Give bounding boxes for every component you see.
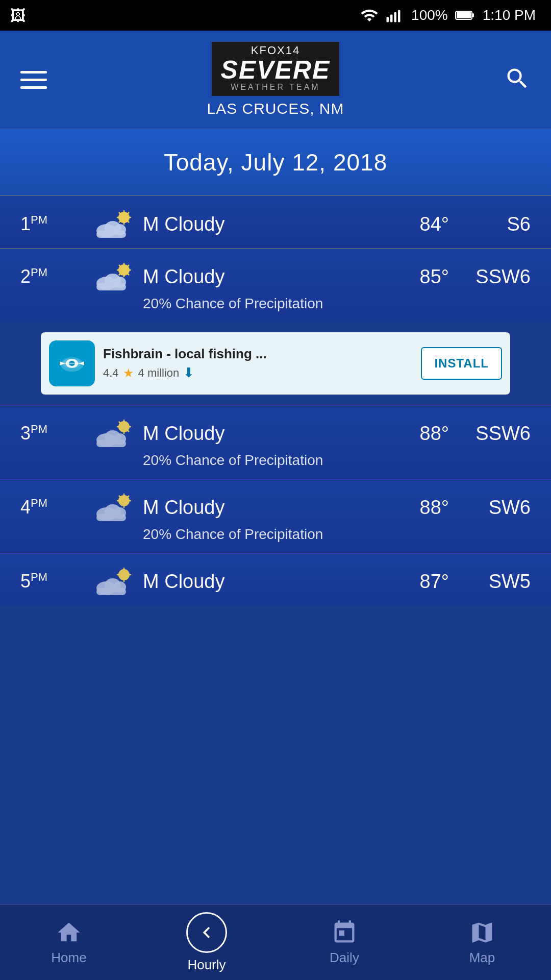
logo-line3: WEATHER TEAM [221, 83, 331, 92]
ad-star: ★ [123, 366, 134, 380]
ad-rating: 4.4 ★ 4 million ⬇ [103, 365, 413, 381]
svg-rect-1 [390, 15, 393, 22]
svg-line-27 [128, 265, 129, 266]
nav-home-label: Home [51, 950, 86, 966]
wifi-icon [360, 6, 379, 24]
hour-time: 1PM [20, 213, 92, 235]
svg-rect-19 [96, 231, 126, 238]
hourly-circle [186, 912, 227, 953]
ad-icon [49, 340, 95, 386]
svg-rect-5 [457, 12, 471, 18]
precip-4pm: 20% Chance of Precipitation [20, 526, 531, 543]
search-button[interactable] [504, 65, 531, 94]
date-header: Today, July 12, 2018 [0, 129, 551, 195]
ad-banner: Fishbrain - local fishing ... 4.4 ★ 4 mi… [41, 332, 510, 395]
status-bar: 🖼 100% 1:10 PM [0, 0, 551, 31]
hourly-row: 2PM M Cloudy [0, 248, 551, 322]
location-text: LAS CRUCES, NM [207, 100, 344, 117]
hour-temp-5pm: 87° [372, 571, 449, 593]
install-button[interactable]: INSTALL [421, 347, 502, 380]
svg-line-14 [128, 212, 129, 214]
hour-wind-1pm: S6 [449, 213, 531, 235]
hourly-row: 3PM M Cloudy 88° SSW6 [0, 405, 551, 479]
nav-daily-label: Daily [330, 950, 359, 966]
svg-line-12 [119, 212, 120, 214]
date-text: Today, July 12, 2018 [164, 149, 388, 176]
svg-rect-6 [472, 13, 474, 17]
svg-line-42 [119, 422, 120, 423]
nav-daily[interactable]: Daily [276, 919, 413, 966]
hour-temp-1pm: 84° [372, 213, 449, 235]
hour-time: 2PM [20, 266, 92, 287]
svg-rect-0 [387, 17, 389, 22]
svg-line-54 [128, 496, 129, 497]
hour-condition-4pm: M Cloudy [138, 497, 372, 519]
hour-condition-3pm: M Cloudy [138, 423, 372, 445]
signal-icon [386, 6, 404, 24]
ad-rating-value: 4.4 [103, 366, 119, 380]
photo-icon: 🖼 [10, 7, 26, 24]
svg-line-15 [119, 221, 120, 223]
hourly-row: 5PM M Cloudy 87° SW5 [0, 553, 551, 605]
svg-line-28 [119, 274, 120, 275]
weather-icon-1pm [92, 210, 138, 238]
hour-temp-2pm: 85° [372, 266, 449, 288]
nav-hourly-label: Hourly [187, 957, 226, 973]
svg-rect-47 [96, 440, 126, 447]
hourly-row: 1PM [0, 195, 551, 248]
hourly-row: 4PM M Cloudy 88° SW6 [0, 479, 551, 553]
download-icon: ⬇ [183, 365, 194, 381]
hour-time: 5PM [20, 571, 92, 592]
svg-line-43 [128, 430, 129, 432]
ad-text: Fishbrain - local fishing ... 4.4 ★ 4 mi… [103, 346, 413, 381]
svg-rect-58 [96, 514, 126, 521]
hour-condition-5pm: M Cloudy [138, 571, 372, 593]
nav-hourly[interactable]: Hourly [138, 912, 276, 973]
svg-rect-2 [394, 12, 397, 22]
hourly-list: 1PM [0, 195, 551, 605]
weather-icon-4pm [92, 494, 138, 521]
weather-icon-5pm [92, 568, 138, 595]
hour-temp-4pm: 88° [372, 497, 449, 519]
hour-condition-1pm: M Cloudy [138, 213, 372, 235]
logo-area: KFOX14 SEVERE WEATHER TEAM LAS CRUCES, N… [207, 42, 344, 117]
svg-rect-32 [96, 283, 126, 290]
ad-title: Fishbrain - local fishing ... [103, 346, 413, 362]
battery-icon [455, 6, 475, 24]
app-header: KFOX14 SEVERE WEATHER TEAM LAS CRUCES, N… [0, 31, 551, 129]
svg-point-59 [118, 569, 130, 580]
battery-text: 100% [411, 7, 448, 23]
hour-temp-3pm: 88° [372, 423, 449, 445]
svg-line-25 [119, 265, 120, 266]
weather-icon-2pm [92, 263, 138, 290]
hour-wind-4pm: SW6 [449, 497, 531, 519]
bottom-navigation: Home Hourly Daily Map [0, 904, 551, 980]
svg-rect-67 [96, 588, 126, 595]
nav-home[interactable]: Home [0, 919, 138, 966]
menu-button[interactable] [20, 71, 47, 89]
precip-2pm: 20% Chance of Precipitation [20, 296, 531, 312]
svg-rect-3 [398, 10, 400, 22]
logo-line2: SEVERE [221, 57, 331, 83]
hour-condition-2pm: M Cloudy [138, 266, 372, 288]
hour-time: 3PM [20, 423, 92, 444]
weather-icon-3pm [92, 420, 138, 447]
svg-line-26 [128, 274, 129, 275]
precip-3pm: 20% Chance of Precipitation [20, 452, 531, 469]
ad-container: Fishbrain - local fishing ... 4.4 ★ 4 mi… [0, 322, 551, 405]
time-text: 1:10 PM [483, 7, 536, 23]
hour-time: 4PM [20, 497, 92, 518]
hour-wind-5pm: SW5 [449, 571, 531, 593]
nav-map-label: Map [469, 950, 495, 966]
ad-downloads: 4 million [138, 366, 180, 380]
svg-line-53 [119, 496, 120, 497]
hour-wind-2pm: SSW6 [449, 266, 531, 288]
hour-wind-3pm: SSW6 [449, 423, 531, 445]
nav-map[interactable]: Map [413, 919, 551, 966]
svg-line-13 [128, 221, 129, 223]
